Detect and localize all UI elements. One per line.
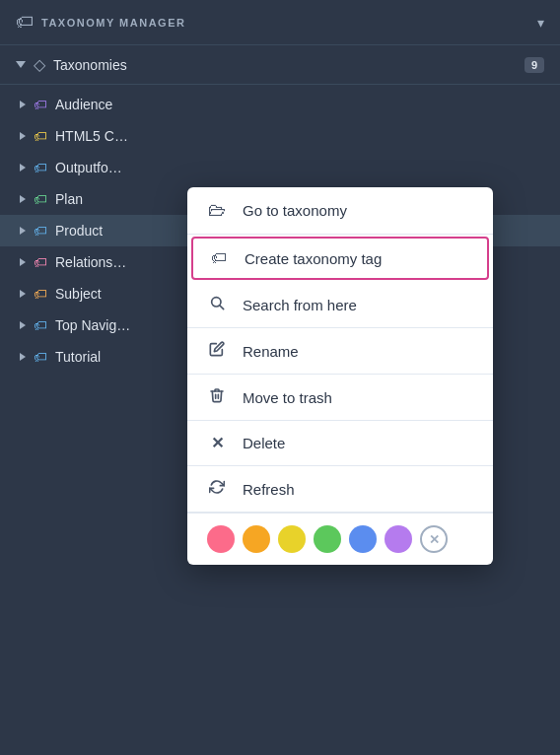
tag-icon: 🏷 <box>209 249 229 267</box>
menu-item-go-to-taxonomy[interactable]: 🗁 Go to taxonomy <box>187 187 493 235</box>
menu-item-create-taxonomy-tag[interactable]: 🏷 Create taxonomy tag <box>191 237 489 280</box>
taxonomies-left: ◇ Taxonomies <box>16 55 127 74</box>
tag-icon: 🏷 <box>34 191 47 207</box>
swatch-blue[interactable] <box>349 525 377 553</box>
chevron-down-icon[interactable]: ▾ <box>537 15 544 31</box>
menu-label-search-from-here: Search from here <box>243 297 357 313</box>
tag-icon: 🏷 <box>34 286 47 302</box>
menu-label-refresh: Refresh <box>243 481 295 498</box>
tag-icon: 🏷 <box>34 317 47 333</box>
color-swatches-row: ✕ <box>187 513 493 565</box>
menu-label-move-to-trash: Move to trash <box>243 389 332 406</box>
tree-arrow-icon <box>20 132 26 140</box>
trash-icon <box>207 387 227 407</box>
tree-arrow-icon <box>20 227 26 235</box>
tag-icon: 🏷 <box>34 97 47 112</box>
tree-item-audience[interactable]: 🏷 Audience <box>0 89 560 120</box>
menu-item-refresh[interactable]: Refresh <box>187 466 493 513</box>
tag-icon: 🏷 <box>34 254 47 270</box>
svg-line-1 <box>220 306 224 309</box>
tree-item-outputfo[interactable]: 🏷 Outputfo… <box>0 152 560 183</box>
swatch-orange[interactable] <box>243 525 270 553</box>
taxonomies-row: ◇ Taxonomies 9 <box>0 45 560 85</box>
folder-open-icon: 🗁 <box>207 200 227 221</box>
taxonomy-count-badge: 9 <box>525 57 544 73</box>
item-label-product: Product <box>55 223 103 239</box>
tree-item-html5[interactable]: 🏷 HTML5 C… <box>0 120 560 152</box>
tag-icon: 🏷 <box>34 349 47 365</box>
menu-label-delete: Delete <box>243 435 285 451</box>
pencil-icon <box>207 341 227 361</box>
tag-outline-icon: ◇ <box>34 55 45 74</box>
item-label-tutorial: Tutorial <box>55 349 101 365</box>
header: 🏷 TAXONOMY MANAGER ▾ <box>0 0 560 45</box>
menu-item-search-from-here[interactable]: Search from here <box>187 282 493 328</box>
header-title: TAXONOMY MANAGER <box>41 17 185 29</box>
swatch-close-button[interactable]: ✕ <box>420 525 448 553</box>
menu-label-go-to-taxonomy: Go to taxonomy <box>243 202 347 219</box>
menu-item-rename[interactable]: Rename <box>187 328 493 375</box>
item-label-audience: Audience <box>55 97 112 112</box>
context-menu: 🗁 Go to taxonomy 🏷 Create taxonomy tag S… <box>187 187 493 565</box>
item-label-topnav: Top Navig… <box>55 317 130 333</box>
tree-arrow-icon <box>20 321 26 329</box>
header-left: 🏷 TAXONOMY MANAGER <box>16 12 185 33</box>
menu-label-create-taxonomy-tag: Create taxonomy tag <box>245 250 382 267</box>
tree-arrow-icon <box>20 290 26 298</box>
swatch-pink[interactable] <box>207 525 235 553</box>
expand-icon[interactable] <box>16 61 26 68</box>
menu-item-move-to-trash[interactable]: Move to trash <box>187 375 493 421</box>
item-label-relations: Relations… <box>55 254 126 270</box>
swatch-purple[interactable] <box>385 525 412 553</box>
tree-arrow-icon <box>20 353 26 361</box>
search-icon <box>207 295 227 314</box>
menu-item-delete[interactable]: ✕ Delete <box>187 421 493 466</box>
tag-icon: 🏷 <box>34 223 47 239</box>
tree-arrow-icon <box>20 101 26 108</box>
tag-icon: 🏷 <box>34 160 47 175</box>
item-label-html5: HTML5 C… <box>55 128 128 144</box>
x-icon: ✕ <box>207 434 227 452</box>
tree-arrow-icon <box>20 164 26 172</box>
swatch-yellow[interactable] <box>278 525 306 553</box>
refresh-icon <box>207 479 227 499</box>
tree-arrow-icon <box>20 258 26 266</box>
menu-label-rename: Rename <box>243 343 299 360</box>
taxonomies-label: Taxonomies <box>53 57 127 73</box>
item-label-outputfo: Outputfo… <box>55 160 122 175</box>
item-label-subject: Subject <box>55 286 102 302</box>
taxonomy-manager-icon: 🏷 <box>16 12 34 33</box>
tree-arrow-icon <box>20 195 26 203</box>
swatch-green[interactable] <box>314 525 341 553</box>
item-label-plan: Plan <box>55 191 83 207</box>
tag-icon: 🏷 <box>34 128 47 144</box>
